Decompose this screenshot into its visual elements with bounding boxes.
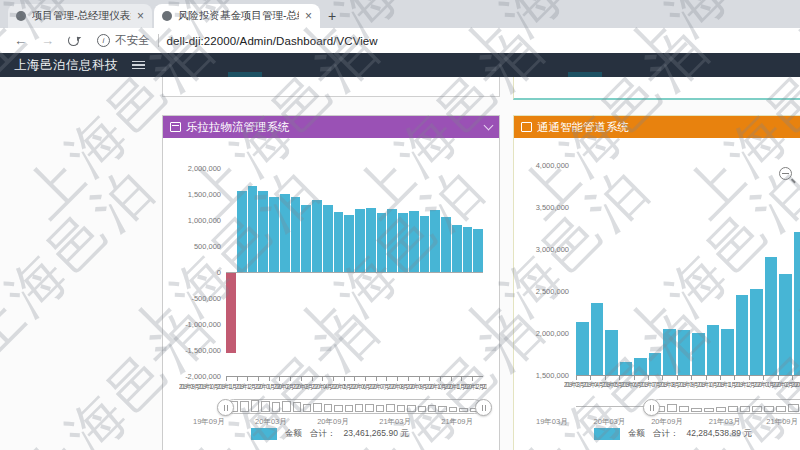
info-icon[interactable]: i bbox=[97, 34, 110, 47]
bar[interactable] bbox=[794, 232, 800, 375]
navigator-minibar[interactable] bbox=[704, 408, 714, 412]
navigator-minibar[interactable] bbox=[776, 406, 786, 412]
reload-icon[interactable] bbox=[68, 35, 79, 46]
y-tick-label: 2,500,000 bbox=[536, 287, 569, 296]
navigator-minibar[interactable] bbox=[345, 405, 353, 412]
navigator-minibar[interactable] bbox=[407, 405, 415, 412]
bar[interactable] bbox=[334, 212, 344, 272]
close-icon[interactable]: × bbox=[137, 11, 144, 21]
bar[interactable] bbox=[323, 205, 333, 272]
bar[interactable] bbox=[620, 362, 633, 375]
url-text[interactable]: dell-dji:22000/Admin/Dashboard/VCView bbox=[167, 35, 378, 47]
bar[interactable] bbox=[779, 274, 792, 375]
close-icon[interactable]: × bbox=[305, 11, 312, 21]
navigator-minibar[interactable] bbox=[261, 401, 269, 412]
bar[interactable] bbox=[387, 209, 397, 272]
bar[interactable] bbox=[452, 225, 462, 272]
bar[interactable] bbox=[366, 208, 376, 272]
legend-swatch[interactable] bbox=[594, 428, 620, 440]
bar[interactable] bbox=[736, 295, 749, 375]
slider-tick-label: 21年09月 bbox=[441, 417, 473, 427]
legend-label[interactable]: 金额 bbox=[628, 428, 645, 440]
bar[interactable] bbox=[692, 333, 705, 375]
browser-tab-1[interactable]: 项目管理-总经理仪表盘 × bbox=[8, 4, 152, 28]
bar[interactable] bbox=[441, 217, 451, 272]
bar[interactable] bbox=[398, 213, 408, 272]
navigator-minibar[interactable] bbox=[272, 402, 280, 412]
navigator-minibar[interactable] bbox=[251, 400, 259, 412]
browser-tab-2[interactable]: 风险投资基金项目管理-总经理仪 × bbox=[154, 4, 320, 28]
forward-icon[interactable]: → bbox=[41, 33, 54, 48]
navigator-minibar[interactable] bbox=[334, 405, 342, 412]
navigator-minibar[interactable] bbox=[428, 405, 436, 413]
bar[interactable] bbox=[649, 353, 662, 375]
navigator-minibar[interactable] bbox=[459, 408, 467, 412]
back-icon[interactable]: ← bbox=[14, 33, 27, 48]
bar[interactable] bbox=[269, 197, 279, 272]
navigator-minibar[interactable] bbox=[438, 406, 446, 412]
slider-track-line[interactable] bbox=[576, 406, 651, 407]
navigator-minibar[interactable] bbox=[740, 406, 750, 412]
bar[interactable] bbox=[707, 325, 720, 375]
navigator-minibar[interactable] bbox=[397, 405, 405, 412]
navigator-minibar[interactable] bbox=[716, 407, 726, 412]
navigator-minibar[interactable] bbox=[313, 403, 321, 412]
bar[interactable] bbox=[750, 289, 763, 375]
bar[interactable] bbox=[226, 272, 236, 353]
bar[interactable] bbox=[291, 197, 301, 272]
bar[interactable] bbox=[663, 329, 676, 375]
navigator-minibar[interactable] bbox=[449, 407, 457, 412]
navigator-minibar[interactable] bbox=[667, 404, 677, 412]
navigator-minibar[interactable] bbox=[386, 404, 394, 412]
slider-handle-right[interactable] bbox=[475, 399, 492, 416]
bar[interactable] bbox=[721, 329, 734, 375]
bar[interactable] bbox=[355, 209, 365, 272]
bar[interactable] bbox=[258, 191, 268, 272]
bar[interactable] bbox=[301, 205, 311, 272]
bar[interactable] bbox=[280, 194, 290, 272]
bar[interactable] bbox=[377, 213, 387, 272]
navigator-minibar[interactable] bbox=[324, 404, 332, 412]
address-bar: ← → i 不安全 dell-dji:22000/Admin/Dashboard… bbox=[0, 28, 800, 54]
navigator-minibar[interactable] bbox=[376, 405, 384, 412]
menu-icon[interactable] bbox=[132, 61, 145, 70]
bar[interactable] bbox=[420, 216, 430, 272]
navigator-minibar[interactable] bbox=[293, 402, 301, 412]
bar[interactable] bbox=[634, 358, 647, 375]
legend-label[interactable]: 金额 bbox=[285, 428, 302, 440]
bar[interactable] bbox=[463, 227, 473, 272]
bar[interactable] bbox=[430, 210, 440, 272]
data-zoom-slider[interactable] bbox=[651, 399, 800, 414]
bar[interactable] bbox=[678, 330, 691, 375]
bar[interactable] bbox=[312, 200, 322, 272]
data-zoom-slider[interactable] bbox=[226, 399, 482, 414]
slider-handle-left[interactable] bbox=[217, 399, 234, 416]
navigator-minibar[interactable] bbox=[679, 406, 689, 412]
navigator-minibar[interactable] bbox=[240, 401, 248, 412]
bar[interactable] bbox=[765, 257, 778, 375]
slider-handle-left[interactable] bbox=[643, 399, 660, 416]
slider-tick-label: 20年09月 bbox=[651, 417, 683, 427]
bar[interactable] bbox=[591, 303, 604, 375]
navigator-minibar[interactable] bbox=[764, 406, 774, 412]
bar[interactable] bbox=[248, 186, 258, 272]
new-tab-button[interactable]: + bbox=[328, 8, 336, 24]
bar[interactable] bbox=[473, 229, 483, 272]
bar[interactable] bbox=[344, 215, 354, 272]
chart-legend: 金额 合计： 42,284,538.89 元 bbox=[594, 428, 752, 440]
navigator-minibar[interactable] bbox=[355, 404, 363, 412]
plot-area bbox=[576, 165, 800, 375]
navigator-minibar[interactable] bbox=[752, 406, 762, 412]
navigator-minibar[interactable] bbox=[418, 406, 426, 412]
navigator-minibar[interactable] bbox=[282, 401, 290, 412]
bar[interactable] bbox=[237, 191, 247, 272]
legend-swatch[interactable] bbox=[251, 428, 277, 440]
navigator-minibar[interactable] bbox=[788, 404, 798, 412]
navigator-minibar[interactable] bbox=[728, 406, 738, 412]
bar[interactable] bbox=[605, 330, 618, 375]
bar[interactable] bbox=[409, 211, 419, 272]
navigator-minibar[interactable] bbox=[691, 408, 701, 412]
navigator-minibar[interactable] bbox=[365, 404, 373, 412]
navigator-minibar[interactable] bbox=[303, 404, 311, 412]
bar[interactable] bbox=[576, 322, 589, 375]
